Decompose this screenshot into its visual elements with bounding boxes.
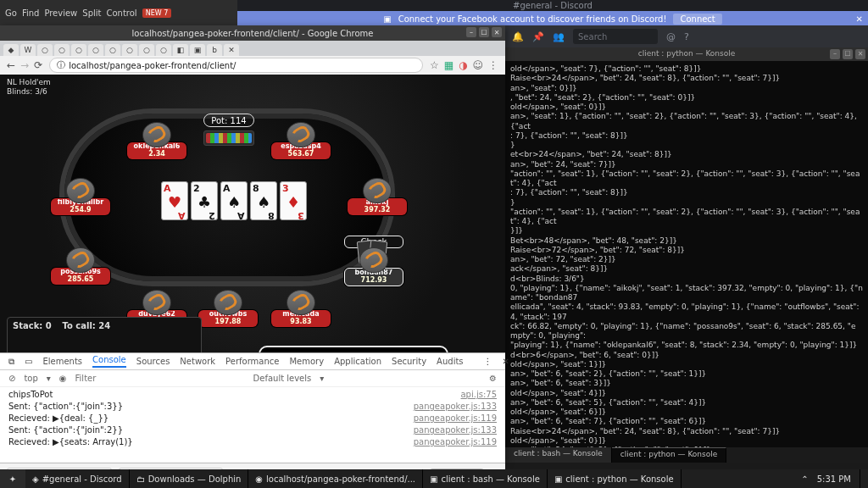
tab-security[interactable]: Security: [392, 357, 426, 366]
discord-banner-close-icon[interactable]: ✕: [856, 14, 863, 24]
clock[interactable]: 5:31 PM: [809, 474, 860, 484]
devtools-close-icon[interactable]: ✕: [503, 357, 509, 366]
seat-avatar: [359, 247, 388, 273]
tray-up-icon[interactable]: ⌃: [801, 474, 808, 484]
chrome-maximize-button[interactable]: ☐: [479, 27, 489, 37]
konsole-close-button[interactable]: ✕: [855, 49, 865, 59]
pin-icon[interactable]: 📌: [532, 31, 544, 42]
inbox-icon[interactable]: @: [666, 31, 676, 42]
log-levels[interactable]: Default levels: [253, 374, 312, 383]
control-menu[interactable]: Control: [107, 8, 137, 18]
konsole-tabs: client : bash — Konsole client : python …: [505, 447, 868, 463]
seat-avatar: [142, 122, 171, 147]
star-icon[interactable]: ☆: [430, 59, 439, 71]
tab-network[interactable]: Network: [180, 357, 215, 366]
chat-log[interactable]: [8, 334, 201, 354]
terminal-icon: ▣: [554, 474, 562, 484]
profile-icon[interactable]: ☺: [472, 59, 483, 71]
seat-espasasp4[interactable]: espasasp4563.67: [271, 122, 331, 159]
chrome-close-button[interactable]: ✕: [492, 27, 502, 37]
seat-filblySnallbr[interactable]: filblySnallbr254.9: [51, 178, 110, 215]
chrome-tab[interactable]: b: [207, 44, 222, 56]
seat-possano9s[interactable]: possano9s285.65: [51, 247, 110, 285]
seat-avatar: [142, 290, 171, 315]
menu-icon[interactable]: ⋮: [488, 59, 498, 71]
info-icon[interactable]: ⓘ: [57, 59, 65, 71]
chrome-tab[interactable]: ○: [122, 44, 137, 56]
terminal-line: }: [510, 198, 863, 208]
konsole-maximize-button[interactable]: ☐: [843, 49, 853, 59]
seat-aikokj[interactable]: aikokj397.32: [348, 178, 407, 215]
konsole-titlebar[interactable]: client : python — Konsole – ☐ ✕: [505, 47, 868, 61]
discord-connect-button[interactable]: Connect: [673, 14, 721, 25]
eye-icon[interactable]: ◉: [59, 374, 67, 383]
chrome-tab[interactable]: ✕: [224, 44, 239, 56]
go-menu[interactable]: Go: [5, 8, 17, 18]
address-bar[interactable]: ⓘ localhost/pangea-poker-frontend/client…: [49, 58, 423, 73]
tab-sources[interactable]: Sources: [136, 357, 170, 366]
chrome-titlebar[interactable]: localhost/pangea-poker-frontend/client/ …: [0, 25, 505, 41]
chrome-tab[interactable]: ◧: [173, 44, 188, 56]
console-settings-icon[interactable]: ⚙: [489, 374, 497, 383]
taskbar-item[interactable]: ▣client : python — Konsole: [548, 469, 682, 488]
start-button[interactable]: ✦: [0, 469, 25, 488]
konsole-tab[interactable]: client : bash — Konsole: [505, 447, 612, 463]
pot-badge: Pot: 114: [203, 114, 254, 127]
preview-menu[interactable]: Preview: [44, 8, 77, 18]
terminal-line: old</span>, "seat": 7}, {"action": "", "…: [510, 64, 863, 74]
chrome-tab[interactable]: ○: [139, 44, 154, 56]
tab-application[interactable]: Application: [334, 357, 381, 366]
chrome-tab[interactable]: ○: [71, 44, 86, 56]
help-icon[interactable]: ?: [684, 31, 689, 42]
console-line[interactable]: Recieved: ▶{seats: Array(1)}pangeapoker.…: [8, 436, 497, 448]
console-line[interactable]: Sent: {"action":{"join":2}}pangeapoker.j…: [8, 424, 497, 436]
chrome-tab[interactable]: ○: [156, 44, 171, 56]
members-icon[interactable]: 👥: [553, 31, 565, 42]
console-line[interactable]: Recieved: ▶{deal: {_}}pangeapoker.js:119: [8, 413, 497, 424]
chrome-tab[interactable]: ○: [54, 44, 70, 56]
extension-icon[interactable]: ▦: [444, 59, 453, 71]
console-line[interactable]: chipsToPotapi.js:75: [8, 389, 497, 401]
show-desktop-button[interactable]: [860, 469, 868, 488]
terminal-line: old</span>, "seat": 4}]}: [510, 389, 863, 398]
split-menu[interactable]: Split: [82, 8, 101, 18]
seat-oklepankal6[interactable]: oklepankal62.34: [127, 122, 186, 159]
console-output[interactable]: chipsToPotapi.js:75Sent: {"action":{"joi…: [0, 387, 505, 463]
clear-console-icon[interactable]: ⊘: [8, 374, 15, 383]
reload-icon[interactable]: ⟳: [34, 59, 42, 71]
tab-elements[interactable]: Elements: [42, 357, 82, 366]
console-context[interactable]: top: [24, 374, 37, 383]
back-icon[interactable]: ←: [7, 59, 15, 71]
extension-icon[interactable]: ◑: [459, 59, 467, 71]
chrome-minimize-button[interactable]: –: [466, 27, 476, 37]
taskbar-item[interactable]: ◈#general - Discord: [25, 469, 130, 488]
chrome-tab[interactable]: ◆: [3, 44, 19, 56]
tab-memory[interactable]: Memory: [289, 357, 324, 366]
chrome-tabstrip[interactable]: ◆ W ○ ○ ○ ○ ○ ○ ○ ○ ◧ ▣ b ✕: [0, 41, 505, 56]
chrome-tab[interactable]: ○: [105, 44, 120, 56]
chrome-tab[interactable]: W: [20, 44, 36, 56]
chrome-tab[interactable]: ○: [37, 44, 53, 56]
console-line[interactable]: Sent: {"action":{"join":3}}pangeapoker.j…: [8, 401, 497, 413]
bell-icon[interactable]: 🔔: [512, 31, 524, 42]
find-menu[interactable]: Find: [22, 8, 40, 18]
devtools-device-icon[interactable]: ▭: [25, 357, 32, 366]
konsole-minimize-button[interactable]: –: [830, 49, 840, 59]
konsole-output[interactable]: old</span>, "seat": 7}, {"action": "", "…: [505, 61, 868, 447]
discord-search-input[interactable]: Search: [573, 29, 658, 44]
facebook-icon: ▣: [383, 14, 391, 24]
console-filter-input[interactable]: [75, 374, 245, 383]
devtools-settings-icon[interactable]: ⋮: [484, 357, 492, 366]
tab-console[interactable]: Console: [92, 355, 126, 368]
seat-bondan87[interactable]: Checkbondan87712.93: [344, 247, 403, 285]
chrome-tab[interactable]: ▣: [190, 44, 205, 56]
taskbar-item[interactable]: ▣client : bash — Konsole: [423, 469, 548, 488]
tab-audits[interactable]: Audits: [437, 357, 463, 366]
chrome-tab[interactable]: ○: [88, 44, 103, 56]
seat-avatar: [66, 247, 95, 273]
konsole-tab[interactable]: client : python — Konsole: [612, 447, 727, 463]
taskbar-item[interactable]: ◉localhost/pangea-poker-frontend/...: [248, 469, 423, 488]
tab-performance[interactable]: Performance: [225, 357, 279, 366]
devtools-inspect-icon[interactable]: ⧉: [8, 357, 14, 367]
taskbar-item[interactable]: 🗀Downloads — Dolphin: [130, 469, 249, 488]
